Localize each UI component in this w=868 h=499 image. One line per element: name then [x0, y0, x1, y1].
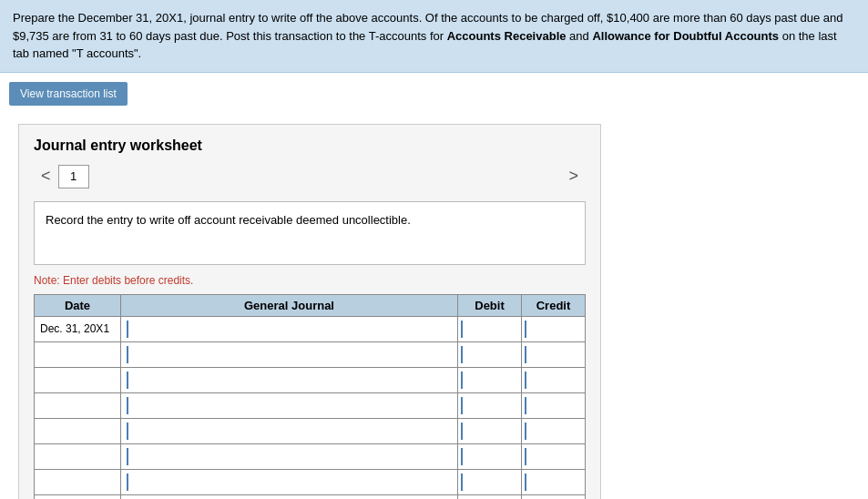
- general-journal-input[interactable]: [127, 348, 452, 361]
- debit-indicator: [461, 346, 463, 363]
- gj-indicator: [127, 474, 128, 491]
- general-journal-cell[interactable]: [121, 316, 458, 341]
- debit-indicator: [461, 423, 463, 440]
- credit-cell[interactable]: [522, 418, 586, 443]
- table-header-row: Date General Journal Debit Credit: [35, 294, 586, 316]
- table-row: [35, 494, 586, 499]
- table-row: [35, 392, 586, 418]
- date-cell: [35, 443, 121, 469]
- credit-indicator: [525, 448, 526, 465]
- general-journal-cell[interactable]: [121, 367, 458, 392]
- debit-input[interactable]: [464, 373, 516, 386]
- table-row: [35, 443, 586, 469]
- debit-cell[interactable]: [458, 494, 522, 499]
- instruction-bold2: Allowance for Doubtful Accounts: [592, 29, 779, 43]
- credit-cell[interactable]: [522, 469, 586, 494]
- debit-cell[interactable]: [458, 341, 522, 367]
- date-cell: [35, 392, 121, 418]
- debit-indicator: [461, 397, 463, 414]
- page-number: 1: [70, 169, 77, 183]
- general-journal-input[interactable]: [127, 450, 452, 463]
- date-cell: Dec. 31, 20X1: [35, 316, 121, 341]
- credit-indicator: [525, 474, 526, 491]
- general-journal-input[interactable]: [127, 399, 452, 412]
- gj-indicator: [127, 372, 128, 389]
- credit-indicator: [525, 346, 526, 363]
- nav-right-arrow[interactable]: >: [561, 167, 586, 186]
- journal-entry-worksheet: Journal entry worksheet < 1 > Record the…: [18, 124, 601, 500]
- credit-input[interactable]: [527, 450, 579, 463]
- credit-indicator: [525, 397, 526, 414]
- gj-indicator: [127, 448, 128, 465]
- credit-indicator: [525, 423, 526, 440]
- debit-input[interactable]: [464, 322, 516, 335]
- credit-input[interactable]: [527, 399, 579, 412]
- entry-description-text: Record the entry to write off account re…: [46, 213, 411, 227]
- note-text: Note: Enter debits before credits.: [34, 274, 586, 287]
- date-cell: [35, 418, 121, 443]
- debit-cell[interactable]: [458, 469, 522, 494]
- debit-indicator: [461, 448, 463, 465]
- view-transaction-button[interactable]: View transaction list: [9, 82, 128, 106]
- general-journal-header: General Journal: [121, 294, 458, 316]
- debit-cell[interactable]: [458, 316, 522, 341]
- debit-input[interactable]: [464, 475, 516, 488]
- debit-input[interactable]: [464, 348, 516, 361]
- debit-cell[interactable]: [458, 418, 522, 443]
- date-cell: [35, 367, 121, 392]
- debit-indicator: [461, 372, 463, 389]
- debit-indicator: [461, 474, 463, 491]
- debit-input[interactable]: [464, 424, 516, 437]
- credit-cell[interactable]: [522, 316, 586, 341]
- credit-indicator: [525, 372, 526, 389]
- debit-header: Debit: [458, 294, 522, 316]
- table-row: [35, 418, 586, 443]
- general-journal-input[interactable]: [127, 424, 452, 437]
- table-row: Dec. 31, 20X1: [35, 316, 586, 341]
- credit-cell[interactable]: [522, 341, 586, 367]
- credit-input[interactable]: [527, 348, 579, 361]
- date-cell: [35, 494, 121, 499]
- debit-cell[interactable]: [458, 367, 522, 392]
- credit-input[interactable]: [527, 424, 579, 437]
- table-row: [35, 469, 586, 494]
- entry-description-box: Record the entry to write off account re…: [34, 201, 586, 265]
- gj-indicator: [127, 346, 128, 363]
- credit-cell[interactable]: [522, 443, 586, 469]
- general-journal-cell[interactable]: [121, 392, 458, 418]
- general-journal-cell[interactable]: [121, 443, 458, 469]
- gj-indicator: [127, 321, 128, 338]
- date-header: Date: [35, 294, 121, 316]
- general-journal-cell[interactable]: [121, 494, 458, 499]
- table-row: [35, 367, 586, 392]
- general-journal-input[interactable]: [127, 322, 452, 335]
- instruction-bold1: Accounts Receivable: [447, 29, 567, 43]
- credit-cell[interactable]: [522, 494, 586, 499]
- credit-input[interactable]: [527, 475, 579, 488]
- general-journal-cell[interactable]: [121, 418, 458, 443]
- page-number-box: 1: [58, 165, 89, 188]
- instruction-middle: and: [566, 29, 592, 43]
- general-journal-cell[interactable]: [121, 341, 458, 367]
- credit-cell[interactable]: [522, 392, 586, 418]
- table-row: [35, 341, 586, 367]
- date-cell: [35, 469, 121, 494]
- nav-left-arrow[interactable]: <: [34, 167, 58, 186]
- debit-cell[interactable]: [458, 443, 522, 469]
- instruction-bar: Prepare the December 31, 20X1, journal e…: [0, 0, 868, 73]
- credit-input[interactable]: [527, 322, 579, 335]
- debit-cell[interactable]: [458, 392, 522, 418]
- date-cell: [35, 341, 121, 367]
- general-journal-input[interactable]: [127, 475, 452, 488]
- general-journal-input[interactable]: [127, 373, 452, 386]
- debit-input[interactable]: [464, 450, 516, 463]
- gj-indicator: [127, 397, 128, 414]
- debit-input[interactable]: [464, 399, 516, 412]
- credit-cell[interactable]: [522, 367, 586, 392]
- worksheet-title: Journal entry worksheet: [34, 137, 586, 154]
- journal-table: Date General Journal Debit Credit Dec. 3…: [34, 294, 586, 500]
- general-journal-cell[interactable]: [121, 469, 458, 494]
- credit-input[interactable]: [527, 373, 579, 386]
- debit-indicator: [461, 321, 463, 338]
- gj-indicator: [127, 423, 128, 440]
